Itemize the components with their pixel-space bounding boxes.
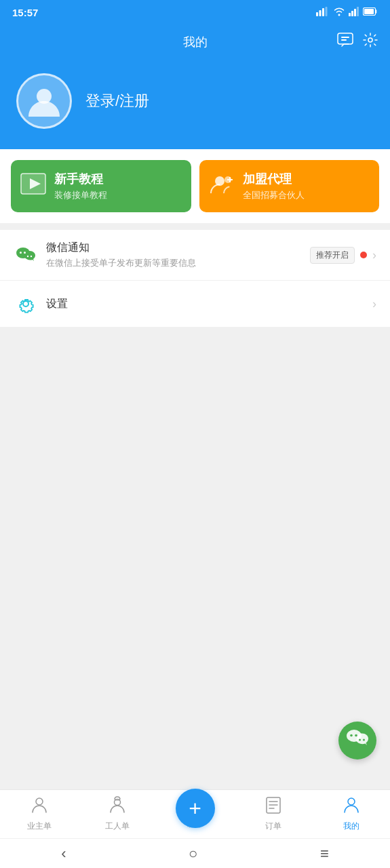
tutorial-title: 新手教程: [54, 171, 107, 187]
wechat-notify-item[interactable]: 微信通知 在微信上接受单子发布更新等重要信息 推荐开启 ›: [0, 230, 390, 281]
settings-right: ›: [372, 297, 376, 311]
svg-rect-33: [115, 799, 120, 801]
network-icon: [349, 7, 359, 18]
svg-rect-9: [364, 9, 374, 14]
settings-title: 设置: [46, 297, 372, 311]
svg-point-38: [348, 798, 355, 805]
partner-card[interactable]: 加盟代理 全国招募合伙人: [199, 160, 380, 212]
svg-point-23: [24, 252, 26, 254]
tab-worker-label: 工人单: [105, 821, 130, 832]
partner-text: 加盟代理 全国招募合伙人: [243, 171, 305, 201]
home-button[interactable]: ○: [175, 840, 211, 868]
list-section: 微信通知 在微信上接受单子发布更新等重要信息 推荐开启 › 设置 ›: [0, 230, 390, 328]
svg-rect-12: [341, 39, 347, 41]
battery-icon: [363, 7, 378, 18]
order-icon: [265, 796, 281, 818]
svg-point-29: [359, 738, 361, 741]
cards-section: 新手教程 装修接单教程 加盟代理 全国招募合伙人: [0, 149, 390, 223]
tab-mine[interactable]: 我的: [312, 791, 390, 837]
svg-rect-7: [357, 7, 359, 16]
svg-point-27: [350, 734, 353, 736]
status-icons: [316, 7, 378, 18]
wifi-icon: [333, 7, 345, 18]
tab-order[interactable]: 订单: [234, 791, 312, 837]
partner-title: 加盟代理: [243, 171, 305, 187]
floating-wechat-icon: [346, 728, 369, 753]
settings-item[interactable]: 设置 ›: [0, 281, 390, 328]
back-button[interactable]: ‹: [47, 840, 79, 868]
tutorial-subtitle: 装修接单教程: [54, 189, 107, 201]
mine-icon: [343, 796, 360, 818]
tab-publish[interactable]: + 发布: [156, 798, 234, 830]
wechat-notify-title: 微信通知: [46, 241, 310, 255]
partner-subtitle: 全国招募合伙人: [243, 189, 305, 201]
app-header: 我的: [0, 24, 390, 60]
recommend-badge[interactable]: 推荐开启: [310, 247, 355, 264]
settings-chevron-icon: ›: [372, 297, 376, 311]
tab-owner[interactable]: 业主单: [0, 791, 78, 837]
wechat-notify-right: 推荐开启 ›: [310, 247, 376, 264]
empty-area: [0, 328, 390, 789]
svg-point-24: [27, 256, 28, 257]
profile-section[interactable]: 登录/注册: [0, 60, 390, 149]
svg-rect-6: [354, 9, 356, 16]
owner-icon: [31, 796, 48, 818]
settings-content: 设置: [46, 297, 372, 311]
publish-plus-icon: +: [189, 797, 201, 819]
tab-worker[interactable]: 工人单: [78, 791, 156, 837]
nav-bar: ‹ ○ ≡: [0, 838, 390, 868]
tab-mine-label: 我的: [343, 821, 359, 832]
worker-icon: [109, 796, 126, 818]
svg-point-13: [368, 38, 372, 42]
partner-icon: [209, 173, 235, 200]
notification-dot: [360, 252, 367, 258]
floating-wechat-button[interactable]: [338, 722, 376, 760]
menu-button[interactable]: ≡: [307, 840, 343, 868]
svg-point-25: [31, 256, 32, 257]
svg-point-22: [20, 252, 22, 254]
wechat-notify-subtitle: 在微信上接受单子发布更新等重要信息: [46, 257, 310, 269]
svg-point-31: [36, 798, 43, 805]
status-time: 15:57: [12, 7, 38, 18]
tutorial-icon: [20, 173, 46, 200]
tab-order-label: 订单: [265, 821, 281, 832]
svg-rect-0: [316, 12, 318, 16]
message-icon[interactable]: [337, 33, 353, 52]
avatar[interactable]: [16, 73, 72, 129]
signal-icon: [316, 7, 330, 18]
tutorial-text: 新手教程 装修接单教程: [54, 171, 107, 201]
svg-point-28: [355, 734, 357, 736]
svg-rect-3: [326, 7, 328, 16]
svg-rect-4: [349, 13, 351, 16]
svg-rect-1: [319, 10, 321, 16]
tab-owner-label: 业主单: [27, 821, 52, 832]
svg-rect-10: [338, 33, 353, 44]
wechat-notify-content: 微信通知 在微信上接受单子发布更新等重要信息: [46, 241, 310, 269]
wechat-icon: [14, 243, 38, 267]
publish-circle[interactable]: +: [176, 789, 215, 828]
svg-rect-2: [322, 8, 324, 16]
svg-point-30: [363, 738, 365, 741]
svg-rect-5: [351, 11, 353, 16]
login-text[interactable]: 登录/注册: [85, 91, 149, 111]
settings-icon[interactable]: [363, 33, 378, 52]
tutorial-card[interactable]: 新手教程 装修接单教程: [11, 160, 191, 212]
header-actions: [337, 33, 378, 52]
status-bar: 15:57: [0, 0, 390, 24]
chevron-right-icon: ›: [372, 248, 376, 262]
page-title: 我的: [183, 34, 208, 50]
svg-rect-11: [341, 37, 349, 38]
tab-bar: 业主单 工人单 + 发布 订单: [0, 789, 390, 838]
gear-icon: [14, 292, 38, 316]
